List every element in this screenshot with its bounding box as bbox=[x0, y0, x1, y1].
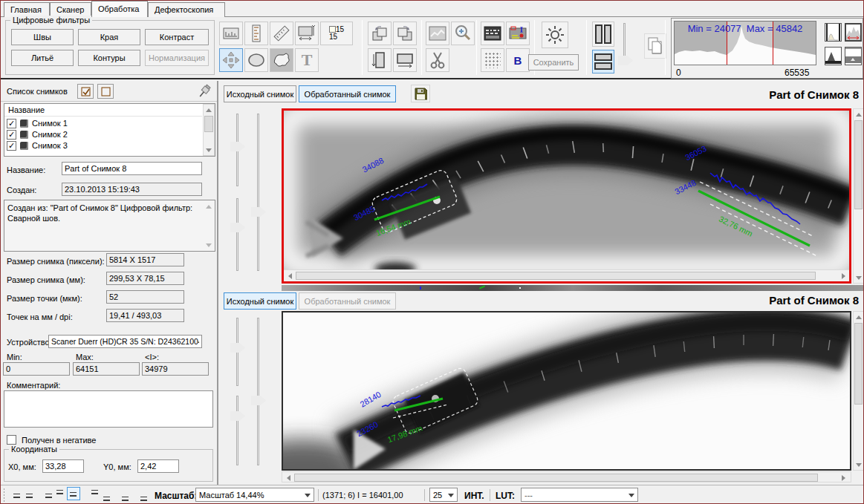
tab-skaner[interactable]: Сканер bbox=[50, 2, 91, 17]
bold-b-button[interactable]: B bbox=[506, 48, 530, 72]
move-tool-button[interactable] bbox=[219, 48, 243, 72]
top-image-vscrollbar[interactable] bbox=[853, 108, 864, 284]
ruler-vertical-button[interactable] bbox=[244, 22, 268, 45]
interval-combo[interactable]: 25 bbox=[429, 488, 458, 502]
scroll-up-arrow[interactable] bbox=[854, 109, 863, 120]
top-contrast-track[interactable] bbox=[257, 114, 259, 271]
bottom-contrast-thumb[interactable] bbox=[251, 396, 266, 405]
scroll-down-arrow[interactable] bbox=[854, 272, 863, 283]
created-input[interactable] bbox=[62, 183, 202, 196]
film-view-button[interactable] bbox=[481, 22, 504, 45]
layout-slider-thumb[interactable] bbox=[618, 56, 633, 65]
lut-combo[interactable]: --- bbox=[521, 488, 638, 502]
align-icon-2[interactable] bbox=[25, 492, 34, 499]
bottom-brightness-track-2[interactable] bbox=[236, 396, 238, 465]
scroll-right-arrow[interactable] bbox=[839, 474, 848, 482]
min-input[interactable] bbox=[3, 362, 70, 376]
align-icon-8[interactable] bbox=[121, 495, 130, 502]
scroll-down-arrow[interactable] bbox=[204, 145, 214, 155]
list-item-snimok3[interactable]: ✓ Снимок 3 bbox=[4, 140, 202, 151]
align-icon-7[interactable] bbox=[103, 495, 111, 502]
filter-shvy-button[interactable]: Швы bbox=[11, 29, 74, 45]
scroll-up-arrow[interactable] bbox=[204, 105, 214, 115]
bottom-image-hscrollbar[interactable] bbox=[282, 471, 851, 482]
comment-textarea[interactable] bbox=[4, 390, 213, 428]
hist-mode-light-button[interactable] bbox=[825, 23, 842, 42]
top-brightness-thumb-2[interactable] bbox=[230, 223, 245, 232]
scale-combo[interactable]: Масштаб 14,44% bbox=[195, 488, 314, 502]
filmstrip-minimap[interactable] bbox=[282, 285, 864, 291]
list-item-snimok1[interactable]: ✓ Снимок 1 bbox=[4, 118, 202, 129]
histogram-plot[interactable]: Min = 24077 Max = 45842 bbox=[674, 21, 816, 65]
uncheck-all-button[interactable] bbox=[97, 84, 114, 99]
rotate-left-button[interactable] bbox=[368, 22, 392, 45]
brightness-button[interactable] bbox=[542, 22, 568, 48]
filter-kraya-button[interactable]: Края bbox=[78, 29, 140, 45]
top-image-hscrollbar[interactable] bbox=[284, 269, 849, 281]
description-box[interactable]: Создан из: "Part of Снимок 8" Цифровой ф… bbox=[4, 200, 215, 252]
top-brightness-thumb-1[interactable] bbox=[230, 142, 245, 151]
align-icon-5-selected[interactable] bbox=[67, 487, 80, 500]
y0-input[interactable] bbox=[137, 459, 179, 473]
save-filter-button[interactable]: Сохранить bbox=[528, 54, 579, 71]
list-column-header[interactable]: Название bbox=[4, 104, 202, 117]
top-contrast-thumb[interactable] bbox=[251, 207, 266, 217]
layout-slider-track[interactable] bbox=[623, 23, 626, 59]
scroll-right-arrow[interactable] bbox=[839, 272, 848, 280]
bottom-image-frame[interactable]: 28140 23260 17,98 mm bbox=[282, 311, 851, 471]
tab-obrabotka[interactable]: Обработка bbox=[91, 1, 148, 17]
filter-kontrast-button[interactable]: Контраст bbox=[145, 29, 209, 45]
max-input[interactable] bbox=[73, 362, 140, 376]
size-mm-input[interactable] bbox=[106, 272, 184, 285]
grid15-button[interactable]: 1515 bbox=[320, 22, 353, 45]
bottom-brightness-thumb-1[interactable] bbox=[230, 343, 245, 353]
hist-mode-window-button[interactable] bbox=[845, 47, 862, 65]
description-scroll-down[interactable] bbox=[204, 240, 214, 249]
top-panel-save-button[interactable] bbox=[411, 85, 430, 102]
pin-panel-button[interactable] bbox=[195, 82, 215, 102]
item-checkbox[interactable]: ✓ bbox=[7, 141, 16, 151]
top-panel-tab-processed[interactable]: Обработанный снимок bbox=[299, 85, 396, 102]
scale-tool-button[interactable] bbox=[219, 22, 243, 45]
flip-horizontal-button[interactable] bbox=[393, 48, 417, 72]
scroll-up-arrow[interactable] bbox=[854, 312, 863, 322]
align-icon-4[interactable] bbox=[56, 488, 65, 495]
flip-vertical-button[interactable] bbox=[368, 48, 392, 72]
top-panel-tab-source[interactable]: Исходный снимок bbox=[224, 85, 296, 102]
check-all-button[interactable] bbox=[77, 84, 94, 99]
dot-size-input[interactable] bbox=[106, 290, 184, 304]
align-icon-1[interactable] bbox=[13, 492, 22, 499]
item-checkbox[interactable]: ✓ bbox=[7, 119, 16, 128]
list-item-snimok2[interactable]: ✓ Снимок 2 bbox=[4, 129, 202, 140]
item-checkbox[interactable]: ✓ bbox=[7, 130, 16, 140]
tab-glavnaya[interactable]: Главная bbox=[4, 2, 50, 17]
negative-checkbox[interactable] bbox=[7, 435, 16, 445]
align-icon-3[interactable] bbox=[45, 492, 53, 499]
bottom-panel-tab-source[interactable]: Исходный снимок bbox=[224, 292, 296, 310]
align-icon-9[interactable] bbox=[140, 495, 149, 502]
avg-input[interactable] bbox=[142, 362, 209, 376]
device-input[interactable] bbox=[48, 335, 202, 348]
dots-grid-button[interactable] bbox=[481, 48, 504, 72]
ellipse-tool-button[interactable] bbox=[244, 48, 268, 72]
bottom-brightness-thumb-2[interactable] bbox=[230, 411, 245, 421]
x0-input[interactable] bbox=[42, 459, 84, 473]
top-image-frame[interactable]: 34088 30485 16,54 mm 36053 33448 32,76 m… bbox=[282, 108, 851, 284]
hist-mode-range-button[interactable] bbox=[845, 23, 862, 42]
top-brightness-track-2[interactable] bbox=[236, 198, 238, 271]
rotate-right-button[interactable] bbox=[393, 22, 417, 45]
filter-lityo-button[interactable]: Литьё bbox=[11, 50, 74, 66]
vertical-split-button[interactable] bbox=[592, 22, 614, 47]
zoom-plus-button[interactable] bbox=[451, 22, 475, 45]
scroll-left-arrow[interactable] bbox=[284, 474, 293, 482]
text-tool-button[interactable]: T bbox=[295, 48, 319, 72]
name-input[interactable] bbox=[62, 162, 202, 175]
dpi-input[interactable] bbox=[106, 309, 184, 322]
annotations-view-button[interactable] bbox=[506, 22, 530, 45]
size-px-input[interactable] bbox=[106, 253, 184, 266]
image-view-button[interactable] bbox=[426, 22, 449, 45]
region-tool-button[interactable] bbox=[270, 48, 293, 72]
scroll-left-arrow[interactable] bbox=[285, 272, 294, 280]
measure-rect-button[interactable] bbox=[295, 22, 319, 45]
bottom-image-vscrollbar[interactable] bbox=[853, 311, 864, 471]
